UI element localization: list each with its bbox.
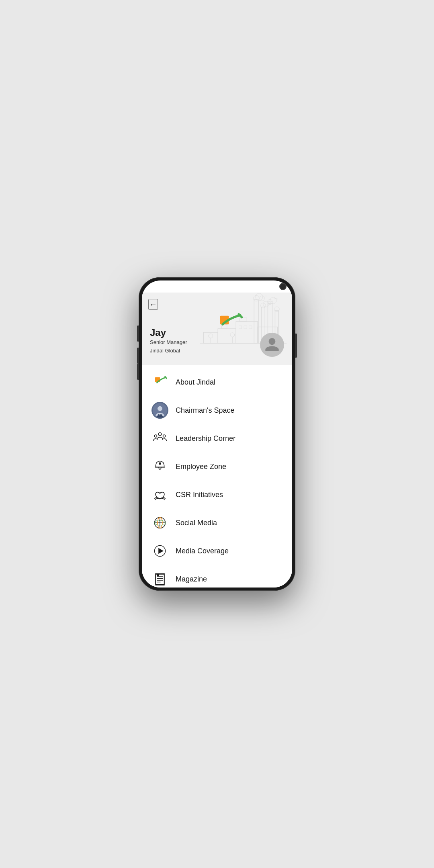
- menu-item-csr[interactable]: CSR Initiatives: [142, 481, 292, 509]
- menu-item-employee-zone[interactable]: Employee Zone: [142, 452, 292, 481]
- phone-screen: ← Jay Senior Manager Jindal Global: [142, 280, 292, 588]
- menu-item-magazine[interactable]: Magazine: [142, 565, 292, 588]
- employee-icon: [151, 458, 168, 475]
- menu-label-media-coverage: Media Coverage: [176, 547, 229, 555]
- svg-point-6: [259, 296, 264, 301]
- social-media-icon: [151, 514, 168, 531]
- user-title: Senior Manager Jindal Global: [150, 338, 187, 355]
- user-name: Jay: [150, 327, 187, 338]
- svg-point-32: [163, 435, 166, 437]
- status-bar: [142, 280, 292, 293]
- user-info: Jay Senior Manager Jindal Global: [150, 327, 187, 355]
- menu-label-magazine: Magazine: [176, 575, 207, 583]
- menu-section: About Jindal: [142, 365, 292, 588]
- svg-point-34: [159, 463, 161, 465]
- csr-icon: [151, 486, 168, 503]
- svg-point-30: [158, 433, 162, 436]
- back-button[interactable]: ←: [148, 299, 158, 310]
- svg-rect-48: [157, 574, 159, 576]
- chairman-icon: [151, 402, 168, 419]
- leadership-icon: [151, 430, 168, 447]
- svg-point-5: [255, 293, 262, 301]
- menu-item-social-media[interactable]: Social Media: [142, 509, 292, 537]
- header-banner: ← Jay Senior Manager Jindal Global: [142, 293, 292, 365]
- menu-label-leadership-corner: Leadership Corner: [176, 434, 235, 443]
- jindal-logo-icon: [151, 374, 168, 391]
- menu-item-leadership-corner[interactable]: Leadership Corner: [142, 424, 292, 452]
- svg-point-31: [155, 435, 157, 437]
- camera-punch-hole: [279, 283, 287, 290]
- svg-marker-41: [159, 549, 163, 553]
- chairman-avatar: [151, 402, 168, 419]
- user-avatar: [260, 333, 284, 357]
- menu-item-media-coverage[interactable]: Media Coverage: [142, 537, 292, 565]
- logo-banner: [213, 313, 250, 337]
- menu-label-about-jindal: About Jindal: [176, 378, 215, 387]
- menu-item-about-jindal[interactable]: About Jindal: [142, 368, 292, 396]
- svg-point-11: [274, 307, 279, 312]
- menu-item-chairmans-space[interactable]: Chairman's Space: [142, 396, 292, 424]
- menu-label-employee-zone: Employee Zone: [176, 463, 226, 471]
- menu-label-chairmans-space: Chairman's Space: [176, 406, 235, 415]
- screen-content: ← Jay Senior Manager Jindal Global: [142, 293, 292, 588]
- menu-label-csr: CSR Initiatives: [176, 491, 223, 499]
- svg-point-29: [158, 406, 162, 411]
- svg-rect-42: [155, 574, 165, 585]
- svg-point-23: [208, 334, 213, 338]
- svg-point-10: [270, 297, 276, 304]
- menu-label-social-media: Social Media: [176, 519, 217, 527]
- magazine-icon: [151, 571, 168, 588]
- phone-frame: ← Jay Senior Manager Jindal Global: [139, 277, 295, 591]
- media-coverage-icon: [151, 542, 168, 559]
